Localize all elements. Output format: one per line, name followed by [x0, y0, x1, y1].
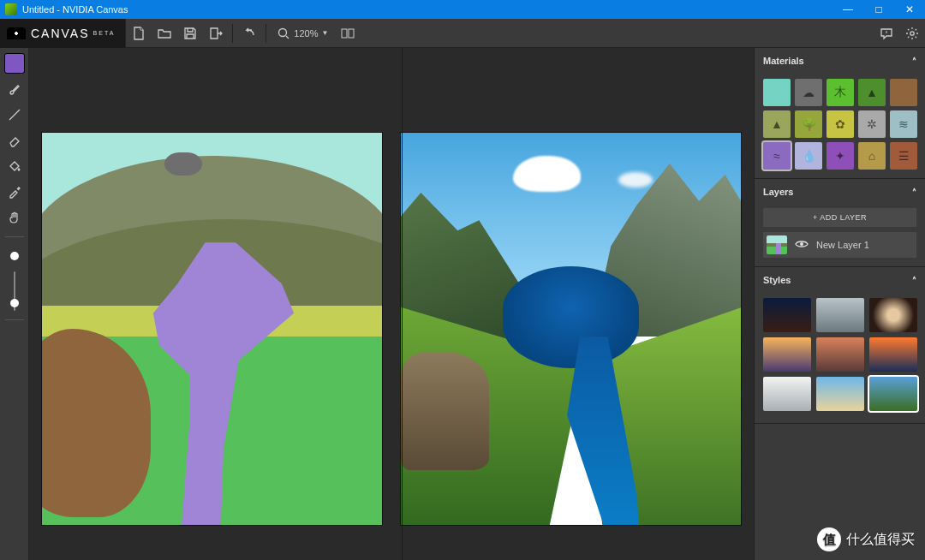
material-tree[interactable]: 🌳 [795, 110, 822, 138]
save-icon [183, 27, 197, 40]
material-snow[interactable]: ✲ [858, 110, 886, 138]
zoom-value: 120% [294, 28, 318, 39]
chevron-down-icon: ▼ [321, 29, 328, 37]
new-file-button[interactable] [126, 21, 152, 46]
style-beach-day[interactable] [816, 377, 864, 411]
undo-button[interactable] [236, 21, 262, 46]
window-minimize-button[interactable]: ― [832, 0, 863, 19]
layer-row[interactable]: New Layer 1 [763, 232, 916, 258]
layers-header[interactable]: Layers ˄ [755, 179, 925, 205]
style-sunset-coast[interactable] [763, 337, 811, 372]
fill-tool[interactable] [4, 156, 25, 176]
material-sky[interactable] [763, 79, 791, 106]
materials-header[interactable]: Materials ˄ [755, 48, 925, 74]
layer-thumbnail [767, 235, 787, 254]
material-mountain[interactable]: ▲ [763, 110, 791, 138]
material-grass[interactable]: ⽊ [827, 79, 854, 106]
segmentation-canvas[interactable] [41, 132, 383, 526]
chevron-up-icon: ˄ [912, 276, 916, 285]
brush-icon [8, 82, 21, 96]
tool-divider [5, 319, 24, 320]
window-title: Untitled - NVIDIA Canvas [22, 4, 832, 15]
styles-panel: Styles ˄ [755, 267, 925, 424]
export-icon [209, 27, 223, 40]
brand-name: CANVAS [31, 27, 90, 40]
material-water[interactable]: ≈ [763, 142, 791, 170]
window-maximize-button[interactable]: □ [863, 0, 894, 19]
toolbar-separator [232, 24, 233, 43]
out-cloud [513, 156, 581, 191]
style-overcast-peak[interactable] [816, 298, 864, 332]
svg-rect-1 [342, 29, 347, 38]
watermark-text: 什么值得买 [846, 531, 915, 549]
styles-title: Styles [763, 275, 791, 285]
layer-visibility-toggle[interactable] [794, 237, 809, 253]
feedback-button[interactable] [874, 21, 899, 46]
chevron-up-icon: ˄ [912, 188, 916, 197]
material-bush[interactable]: ✿ [827, 110, 854, 138]
seg-cloud [164, 152, 202, 176]
brand-beta-badge: BETA [93, 30, 116, 36]
brush-dot-icon [10, 252, 19, 260]
eyedropper-tool[interactable] [4, 182, 25, 202]
style-red-mountain[interactable] [816, 337, 864, 372]
style-night-desert[interactable] [763, 298, 811, 332]
add-layer-button[interactable]: + ADD LAYER [763, 208, 916, 227]
brand-chip: CANVAS BETA [0, 19, 126, 48]
gear-icon [905, 27, 919, 40]
app-icon [5, 3, 17, 15]
svg-point-0 [279, 28, 287, 36]
tool-divider [5, 236, 24, 237]
nvidia-logo-icon [7, 27, 26, 39]
materials-title: Materials [763, 56, 804, 66]
material-rock[interactable]: ☰ [890, 142, 917, 170]
output-canvas[interactable] [400, 132, 742, 526]
undo-icon [242, 27, 256, 40]
open-file-button[interactable] [152, 21, 177, 46]
svg-point-4 [800, 242, 803, 246]
save-button[interactable] [177, 21, 203, 46]
watermark-badge: 值 [817, 527, 841, 551]
layout-toggle-button[interactable] [335, 21, 361, 46]
pan-tool[interactable] [4, 207, 25, 228]
settings-button[interactable] [899, 21, 925, 46]
add-layer-label: + ADD LAYER [813, 213, 867, 222]
zoom-dropdown[interactable]: 120% ▼ [270, 27, 335, 40]
brush-size-preview [4, 246, 25, 266]
materials-grid: ☁⽊▲▲🌳✿✲≋≈💧✦⌂☰ [755, 74, 925, 178]
layout-split-icon [341, 27, 355, 40]
material-dirt[interactable] [890, 79, 917, 106]
canvas-divider[interactable] [402, 48, 403, 560]
file-new-icon [132, 27, 146, 40]
right-panel: Materials ˄ ☁⽊▲▲🌳✿✲≋≈💧✦⌂☰ Layers ˄ + ADD… [754, 48, 925, 560]
window-titlebar: Untitled - NVIDIA Canvas ― □ ✕ [0, 0, 925, 19]
slider-thumb[interactable] [10, 299, 19, 307]
brush-tool[interactable] [4, 79, 25, 99]
eye-icon [795, 237, 809, 251]
style-ocean-sunset[interactable] [869, 337, 917, 372]
search-icon [277, 27, 290, 40]
materials-panel: Materials ˄ ☁⽊▲▲🌳✿✲≋≈💧✦⌂☰ [755, 48, 925, 179]
material-stars[interactable]: ✦ [827, 142, 854, 170]
style-alpine-lake[interactable] [869, 377, 917, 411]
styles-header[interactable]: Styles ˄ [755, 267, 925, 293]
material-cloud[interactable]: ☁ [795, 79, 822, 106]
window-close-button[interactable]: ✕ [894, 0, 925, 19]
layers-panel: Layers ˄ + ADD LAYER New Layer 1 [755, 179, 925, 267]
style-snow-ridge[interactable] [763, 377, 811, 411]
layers-title: Layers [763, 187, 793, 197]
material-hill[interactable]: ▲ [858, 79, 886, 106]
brush-size-slider[interactable] [14, 271, 15, 311]
style-cave-glow[interactable] [869, 298, 917, 332]
out-cloud [618, 172, 653, 188]
material-fog[interactable]: ≋ [890, 110, 917, 138]
bucket-icon [8, 159, 21, 173]
material-sand[interactable]: ⌂ [858, 142, 886, 170]
hand-icon [8, 211, 21, 224]
out-lake [503, 266, 639, 368]
eraser-tool[interactable] [4, 130, 25, 151]
material-rain[interactable]: 💧 [795, 142, 822, 170]
line-tool[interactable] [4, 104, 25, 125]
material-blob-tool[interactable] [4, 53, 25, 74]
export-button[interactable] [203, 21, 229, 46]
